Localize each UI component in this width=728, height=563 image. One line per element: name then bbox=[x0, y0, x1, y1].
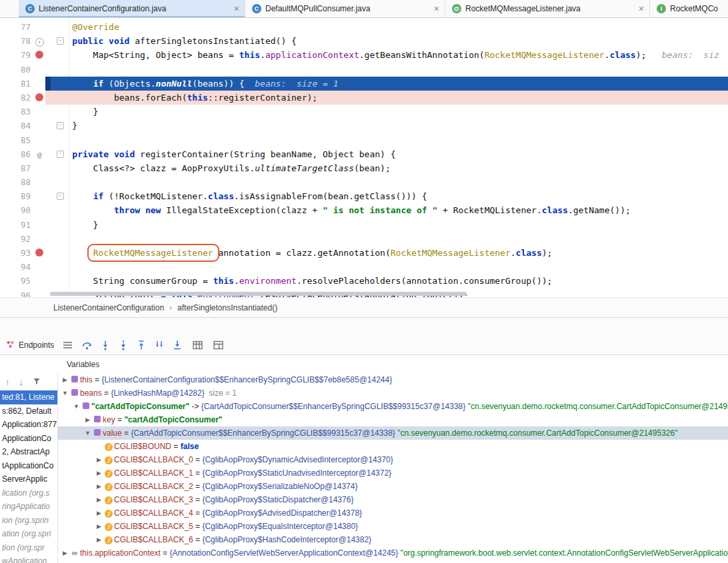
code-line-81[interactable]: 81 if (Objects.nonNull(beans)) { beans: … bbox=[0, 77, 728, 91]
down-arrow-icon[interactable]: ↓ bbox=[19, 377, 24, 387]
variable-row[interactable]: ▶fCGLIB$CALLBACK_6 = {CglibAopProxy$Hash… bbox=[58, 533, 728, 546]
chevron-expanded-icon[interactable]: ▼ bbox=[61, 386, 69, 400]
line-number[interactable]: 86 bbox=[0, 147, 31, 161]
code-line-88[interactable]: 88 bbox=[0, 175, 728, 189]
chevron-expanded-icon[interactable]: ▼ bbox=[72, 400, 81, 413]
stack-frame-item[interactable]: Application:877, Ab bbox=[0, 418, 57, 432]
endpoints-toolwindow-button[interactable]: Endpoints bbox=[5, 336, 54, 354]
stack-frame-item[interactable]: lication (org.s bbox=[0, 486, 57, 500]
smart-step-into-icon[interactable] bbox=[154, 340, 165, 350]
variable-row[interactable]: ▶∞this.applicationContext = {AnnotationC… bbox=[58, 546, 728, 560]
line-number[interactable]: 79 bbox=[0, 48, 31, 62]
step-into-icon[interactable] bbox=[100, 340, 111, 350]
line-number[interactable]: 78 bbox=[0, 34, 31, 48]
breakpoint-icon[interactable] bbox=[35, 93, 43, 101]
chevron-collapsed-icon[interactable]: ▶ bbox=[61, 373, 69, 386]
line-number[interactable]: 80 bbox=[0, 63, 31, 77]
variable-row[interactable]: ▶fCGLIB$CALLBACK_3 = {CglibAopProxy$Stat… bbox=[58, 493, 728, 506]
tab-variables[interactable]: Variables bbox=[67, 360, 99, 369]
line-number[interactable]: 93 bbox=[0, 246, 31, 260]
code-line-87[interactable]: 87 Class<?> clazz = AopProxyUtils.ultima… bbox=[0, 161, 728, 175]
code-line-90[interactable]: 90 throw new IllegalStateException(clazz… bbox=[0, 203, 728, 217]
line-number[interactable]: 95 bbox=[0, 274, 31, 288]
up-arrow-icon[interactable]: ↑ bbox=[5, 377, 10, 387]
tab-0[interactable]: CListenerContainerConfiguration.java× bbox=[19, 0, 245, 17]
stack-frame-item[interactable]: ion (org.sprin bbox=[0, 514, 57, 528]
horizontal-scrollbar[interactable] bbox=[50, 292, 467, 296]
stack-frame-item[interactable]: tion (org.spr bbox=[0, 541, 57, 555]
chevron-collapsed-icon[interactable]: ▶ bbox=[61, 546, 69, 560]
code-line-83[interactable]: 83 } bbox=[0, 105, 728, 119]
line-number[interactable]: 88 bbox=[0, 175, 31, 189]
tab-3[interactable]: IRocketMQCo bbox=[650, 0, 728, 17]
variable-row[interactable]: fCGLIB$BOUND = false bbox=[58, 440, 728, 453]
stack-frame-item[interactable]: tApplicationCo bbox=[0, 459, 57, 473]
line-number[interactable]: 89 bbox=[0, 189, 31, 203]
menu-icon[interactable] bbox=[63, 340, 73, 351]
tab-1[interactable]: CDefaultMQPullConsumer.java× bbox=[245, 0, 445, 17]
chevron-collapsed-icon[interactable]: ▶ bbox=[95, 520, 103, 533]
variable-row[interactable]: ▶fCGLIB$CALLBACK_2 = {CglibAopProxy$Seri… bbox=[58, 480, 728, 493]
chevron-collapsed-icon[interactable]: ▶ bbox=[95, 493, 103, 506]
step-out-icon[interactable] bbox=[136, 340, 147, 350]
code-line-94[interactable]: 94 bbox=[0, 260, 728, 274]
step-over-icon[interactable] bbox=[81, 340, 93, 350]
variable-row[interactable]: ▶fCGLIB$CALLBACK_1 = {CglibAopProxy$Stat… bbox=[58, 466, 728, 480]
code-line-82[interactable]: 82 beans.forEach(this::registerContainer… bbox=[0, 91, 728, 105]
run-to-cursor-icon[interactable] bbox=[172, 340, 183, 350]
line-number[interactable]: 77 bbox=[0, 20, 31, 34]
filter-icon[interactable] bbox=[33, 377, 41, 387]
close-tab-icon[interactable]: × bbox=[434, 4, 439, 13]
code-editor[interactable]: 77 @Override78-↑ public void afterSingle… bbox=[0, 18, 728, 297]
stack-frame-item[interactable]: ted:81, Listene bbox=[0, 390, 57, 404]
line-number[interactable]: 96 bbox=[0, 288, 31, 297]
stack-frame-item[interactable]: 2, AbstractAp bbox=[0, 445, 57, 459]
chevron-collapsed-icon[interactable]: ▶ bbox=[95, 466, 103, 480]
view-as-table-icon[interactable] bbox=[192, 340, 203, 350]
breadcrumb-item-0[interactable]: ListenerContainerConfiguration bbox=[53, 303, 164, 312]
line-number[interactable]: 82 bbox=[0, 91, 31, 105]
code-line-79[interactable]: 79 Map<String, Object> beans = this.appl… bbox=[0, 48, 728, 62]
breakpoint-icon[interactable] bbox=[35, 249, 43, 257]
tab-2[interactable]: @RocketMQMessageListener.java× bbox=[445, 0, 650, 17]
variable-row[interactable]: ▶fCGLIB$CALLBACK_0 = {CglibAopProxy$Dyna… bbox=[58, 453, 728, 466]
code-line-77[interactable]: 77 @Override bbox=[0, 20, 728, 34]
close-tab-icon[interactable]: × bbox=[234, 4, 239, 13]
variable-row[interactable]: ▶key = "cartAddTopicConsumer" bbox=[58, 413, 728, 426]
variable-row[interactable]: ▶fCGLIB$CALLBACK_5 = {CglibAopProxy$Equa… bbox=[58, 520, 728, 533]
chevron-expanded-icon[interactable]: ▼ bbox=[83, 426, 92, 440]
breakpoint-icon[interactable] bbox=[35, 51, 43, 59]
line-number[interactable]: 81 bbox=[0, 77, 31, 91]
line-number[interactable]: 87 bbox=[0, 161, 31, 175]
line-number[interactable]: 90 bbox=[0, 203, 31, 217]
stack-frame-item[interactable]: ation (org.spri bbox=[0, 527, 57, 541]
code-line-95[interactable]: 95 String consumerGroup = this.environme… bbox=[0, 274, 728, 288]
variable-row[interactable]: ▼value = {CartAddTopicConsumer$$Enhancer… bbox=[58, 426, 728, 440]
code-line-85[interactable]: 85 bbox=[0, 133, 728, 147]
line-number[interactable]: 83 bbox=[0, 105, 31, 119]
variable-row[interactable]: ▼"cartAddTopicConsumer" -> {CartAddTopic… bbox=[58, 400, 728, 413]
code-line-84[interactable]: 84- } bbox=[0, 119, 728, 133]
stack-frame-item[interactable]: ServerApplic bbox=[0, 472, 57, 486]
close-tab-icon[interactable]: × bbox=[639, 4, 644, 13]
code-line-91[interactable]: 91 } bbox=[0, 218, 728, 232]
variable-row[interactable]: ▶this = {ListenerContainerConfiguration$… bbox=[58, 373, 728, 386]
chevron-collapsed-icon[interactable]: ▶ bbox=[95, 506, 103, 520]
variable-row[interactable]: ▶fCGLIB$CALLBACK_4 = {CglibAopProxy$Advi… bbox=[58, 506, 728, 520]
fold-marker-icon[interactable]: - bbox=[57, 193, 64, 200]
fold-marker-icon[interactable]: - bbox=[57, 151, 64, 158]
line-number[interactable]: 91 bbox=[0, 218, 31, 232]
variable-row[interactable]: ▼beans = {LinkedHashMap@14282} size = 1 bbox=[58, 386, 728, 400]
stack-frame-item[interactable]: s:862, Default bbox=[0, 404, 57, 418]
code-line-93[interactable]: 93 RocketMQMessageListener annotation = … bbox=[0, 246, 728, 260]
line-number[interactable]: 84 bbox=[0, 119, 31, 133]
chevron-collapsed-icon[interactable]: ▶ bbox=[95, 480, 103, 493]
breadcrumb-item-1[interactable]: afterSingletonsInstantiated() bbox=[177, 303, 277, 312]
line-number[interactable]: 94 bbox=[0, 260, 31, 274]
override-method-icon[interactable]: ↑ bbox=[35, 38, 44, 47]
code-line-78[interactable]: 78-↑ public void afterSingletonsInstanti… bbox=[0, 34, 728, 48]
code-line-80[interactable]: 80 bbox=[0, 63, 728, 77]
fold-marker-icon[interactable]: - bbox=[57, 122, 64, 129]
chevron-collapsed-icon[interactable]: ▶ bbox=[83, 413, 92, 426]
code-line-86[interactable]: 86-@ private void registerContainer(Stri… bbox=[0, 147, 728, 161]
